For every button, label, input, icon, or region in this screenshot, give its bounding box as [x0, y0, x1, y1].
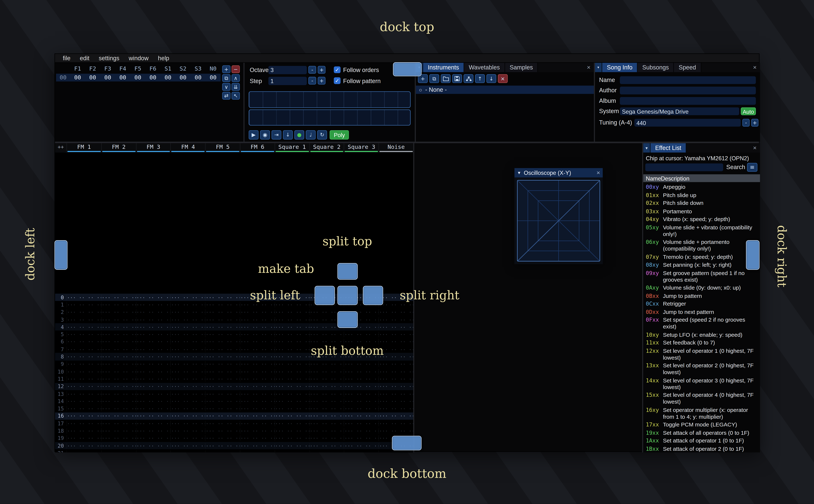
- pattern-cell[interactable]: ··· ·· ·· ····: [274, 361, 309, 367]
- pattern-cell[interactable]: ··· ·· ·· ····: [136, 324, 170, 330]
- pattern-cell[interactable]: ··· ·· ·· ····: [66, 295, 101, 300]
- instrument-list-item[interactable]: ○- None -: [416, 86, 594, 94]
- effect-list-tab-effect-list[interactable]: Effect List: [651, 143, 686, 153]
- pattern-cell[interactable]: ··· ·· ·· ····: [274, 354, 309, 360]
- pattern-cell[interactable]: ··· ·· ·· ····: [240, 309, 274, 315]
- pattern-cell[interactable]: ··· ·· ·· ····: [205, 354, 240, 360]
- pattern-cell[interactable]: ··· ·· ·· ····: [66, 450, 101, 452]
- pattern-cell[interactable]: ··· ·· ·· ····: [309, 391, 344, 397]
- pattern-cell[interactable]: ··· ·· ·· ····: [66, 376, 101, 382]
- pattern-cell[interactable]: ··· ·· ·· ····: [136, 354, 170, 360]
- pattern-cell[interactable]: ··· ·· ·· ····: [136, 391, 170, 397]
- pattern-cell[interactable]: ··· ·· ·· ····: [101, 435, 136, 441]
- pattern-cell[interactable]: ··· ·· ·· ····: [309, 428, 344, 434]
- dock-target-right[interactable]: [746, 240, 759, 270]
- orders-change-all-button[interactable]: ⇄: [222, 92, 230, 99]
- instruments-duplicate-button[interactable]: ⧉: [429, 74, 439, 83]
- pattern-cell[interactable]: ··· ·· ·· ····: [66, 384, 101, 389]
- pattern-cell[interactable]: ··· ·· ·· ····: [344, 398, 378, 404]
- pattern-cell[interactable]: ··· ·· ·· ····: [101, 391, 136, 397]
- pattern-cell[interactable]: ··· ·· ·· ····: [378, 413, 413, 419]
- orders-remove-button[interactable]: −: [231, 65, 240, 73]
- pattern-cell[interactable]: ··· ·· ·· ····: [66, 413, 101, 419]
- pattern-cell[interactable]: ··· ·· ·· ····: [309, 398, 344, 404]
- pattern-cell[interactable]: ··· ·· ·· ····: [101, 324, 136, 330]
- pattern-cell[interactable]: ··· ·· ·· ····: [170, 421, 205, 426]
- pattern-cell[interactable]: ··· ·· ·· ····: [378, 376, 413, 382]
- pattern-cell[interactable]: ··· ·· ·· ····: [101, 428, 136, 434]
- orders-move-down-button[interactable]: ∨: [222, 83, 230, 91]
- pattern-cell[interactable]: ··· ·· ·· ····: [101, 354, 136, 360]
- pattern-cell[interactable]: ··· ·· ·· ····: [205, 369, 240, 374]
- pattern-cell[interactable]: ··· ·· ·· ····: [136, 443, 170, 449]
- instruments-tab-wavetables[interactable]: Wavetables: [464, 63, 505, 72]
- orders-cell[interactable]: 00: [85, 74, 100, 81]
- pattern-cell[interactable]: ··· ·· ·· ····: [309, 332, 344, 337]
- pattern-cell[interactable]: ··· ·· ·· ····: [274, 309, 309, 315]
- pattern-cell[interactable]: ··· ·· ·· ····: [136, 435, 170, 441]
- pattern-cell[interactable]: ··· ·· ·· ····: [101, 450, 136, 452]
- pattern-cell[interactable]: ··· ·· ·· ····: [66, 443, 101, 449]
- pattern-cell[interactable]: ··· ·· ·· ····: [66, 391, 101, 397]
- pattern-cell[interactable]: ··· ·· ·· ····: [136, 450, 170, 452]
- transport-metronome-button[interactable]: ♩: [306, 130, 316, 140]
- channel-header-square-2[interactable]: Square 2: [309, 143, 344, 153]
- pattern-cell[interactable]: ··· ·· ·· ····: [101, 295, 136, 300]
- pattern-cell[interactable]: ··· ·· ·· ····: [344, 369, 378, 374]
- pattern-cell[interactable]: ··· ·· ·· ····: [309, 421, 344, 426]
- pattern-cell[interactable]: ··· ·· ·· ····: [378, 450, 413, 452]
- pattern-cell[interactable]: ··· ·· ·· ····: [378, 384, 413, 389]
- pattern-cell[interactable]: ··· ·· ·· ····: [205, 428, 240, 434]
- pattern-cell[interactable]: ··· ·· ·· ····: [205, 361, 240, 367]
- panel-splitter[interactable]: [55, 142, 759, 143]
- effect-list-combo-arrow-icon[interactable]: ▼: [643, 143, 650, 153]
- pattern-cell[interactable]: ··· ·· ·· ····: [240, 302, 274, 308]
- orders-cell[interactable]: 00: [191, 74, 206, 81]
- pattern-cell[interactable]: ··· ·· ·· ····: [136, 361, 170, 367]
- pattern-cell[interactable]: ··· ·· ·· ····: [136, 398, 170, 404]
- channel-header-fm-4[interactable]: FM 4: [170, 143, 205, 153]
- pattern-cell[interactable]: ··· ·· ·· ····: [309, 369, 344, 374]
- transport-edit-record-button[interactable]: ●: [294, 130, 304, 140]
- orders-cell[interactable]: 00: [130, 74, 145, 81]
- pattern-cell[interactable]: ··· ·· ·· ····: [344, 384, 378, 389]
- pattern-cell[interactable]: ··· ·· ·· ····: [240, 339, 274, 345]
- pattern-cell[interactable]: ··· ·· ·· ····: [136, 406, 170, 412]
- pattern-cell[interactable]: ··· ·· ·· ····: [240, 428, 274, 434]
- channel-header-fm-1[interactable]: FM 1: [66, 143, 101, 153]
- piano-upper-octaves[interactable]: [249, 91, 411, 108]
- transport-play-button[interactable]: ▶: [249, 130, 259, 140]
- piano-keyboard[interactable]: [249, 91, 411, 126]
- pattern-cell[interactable]: ··· ·· ·· ····: [170, 317, 205, 322]
- pattern-cell[interactable]: ··· ·· ·· ····: [378, 339, 413, 345]
- orders-move-up-button[interactable]: ∧: [231, 74, 240, 82]
- pattern-cell[interactable]: ··· ·· ·· ····: [66, 324, 101, 330]
- pattern-cell[interactable]: ··· ·· ·· ····: [136, 413, 170, 419]
- orders-row[interactable]: 0000000000000000000000: [56, 74, 221, 81]
- pattern-cell[interactable]: ··· ·· ·· ····: [66, 354, 101, 360]
- pattern-cell[interactable]: ··· ·· ·· ····: [170, 435, 205, 441]
- pattern-cell[interactable]: ··· ·· ·· ····: [378, 369, 413, 374]
- channel-header-square-1[interactable]: Square 1: [274, 143, 309, 153]
- pattern-cell[interactable]: ··· ·· ·· ····: [205, 309, 240, 315]
- pattern-cell[interactable]: ··· ·· ·· ····: [274, 347, 309, 352]
- pattern-cell[interactable]: ··· ·· ·· ····: [170, 406, 205, 412]
- pattern-cell[interactable]: ··· ·· ·· ····: [170, 309, 205, 315]
- pattern-cell[interactable]: ··· ·· ·· ····: [344, 354, 378, 360]
- pattern-cell[interactable]: ··· ·· ·· ····: [309, 361, 344, 367]
- pattern-cell[interactable]: ··· ·· ·· ····: [344, 339, 378, 345]
- dock-target-split-left[interactable]: [315, 286, 335, 305]
- pattern-cell[interactable]: ··· ·· ·· ····: [170, 324, 205, 330]
- pattern-cell[interactable]: ··· ·· ·· ····: [309, 413, 344, 419]
- pattern-cell[interactable]: ··· ·· ·· ····: [66, 347, 101, 352]
- pattern-cell[interactable]: ··· ·· ·· ····: [205, 339, 240, 345]
- pattern-cell[interactable]: ··· ·· ·· ····: [240, 398, 274, 404]
- octave-input[interactable]: [268, 66, 307, 74]
- pattern-cell[interactable]: ··· ·· ·· ····: [240, 317, 274, 322]
- pattern-cell[interactable]: ··· ·· ·· ····: [136, 317, 170, 322]
- pattern-cell[interactable]: ··· ·· ·· ····: [240, 413, 274, 419]
- transport-repeat-pattern-button[interactable]: ↻: [317, 130, 327, 140]
- pattern-cell[interactable]: ··· ·· ·· ····: [240, 384, 274, 389]
- pattern-cell[interactable]: ··· ·· ·· ····: [274, 421, 309, 426]
- name-input[interactable]: [620, 76, 756, 84]
